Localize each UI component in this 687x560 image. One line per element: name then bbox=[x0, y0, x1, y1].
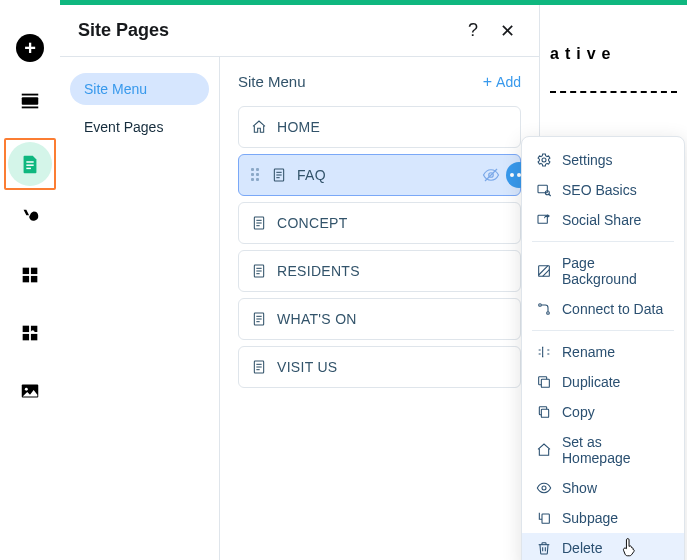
menu-duplicate[interactable]: Duplicate bbox=[522, 367, 684, 397]
page-label: RESIDENTS bbox=[277, 263, 508, 279]
page-row-visit-us[interactable]: VISIT US bbox=[238, 346, 521, 388]
svg-line-43 bbox=[539, 266, 548, 275]
delete-icon bbox=[536, 540, 552, 556]
svg-rect-9 bbox=[31, 276, 37, 282]
help-button[interactable]: ? bbox=[459, 17, 487, 45]
menu-label: Subpage bbox=[562, 510, 618, 526]
svg-rect-47 bbox=[541, 379, 549, 387]
svg-point-37 bbox=[542, 158, 546, 162]
svg-rect-2 bbox=[22, 107, 39, 109]
svg-point-49 bbox=[542, 486, 546, 490]
hidden-icon[interactable] bbox=[482, 166, 500, 184]
site-pages-panel: Site Pages ? ✕ Site Menu Event Pages Sit… bbox=[60, 5, 540, 560]
menu-label: SEO Basics bbox=[562, 182, 637, 198]
svg-rect-0 bbox=[22, 97, 39, 104]
page-icon bbox=[19, 153, 41, 175]
page-icon bbox=[251, 215, 267, 231]
close-icon: ✕ bbox=[500, 20, 515, 42]
svg-rect-7 bbox=[31, 268, 37, 274]
grid-icon bbox=[19, 264, 41, 286]
menu-subpage[interactable]: Subpage bbox=[522, 503, 684, 533]
menu-label: Rename bbox=[562, 344, 615, 360]
page-context-menu: Settings SEO Basics Social Share Page Ba… bbox=[521, 136, 685, 560]
puzzle-icon bbox=[19, 322, 41, 344]
subpage-icon bbox=[536, 510, 552, 526]
menu-label: Delete bbox=[562, 540, 602, 556]
panel-header: Site Pages ? ✕ bbox=[60, 5, 539, 57]
menu-label: Page Background bbox=[562, 255, 670, 287]
image-icon bbox=[19, 380, 41, 402]
duplicate-icon bbox=[536, 374, 552, 390]
rail-media-button[interactable] bbox=[8, 369, 52, 413]
svg-rect-11 bbox=[23, 334, 29, 340]
menu-connect-data[interactable]: Connect to Data bbox=[522, 294, 684, 324]
page-label: FAQ bbox=[297, 167, 472, 183]
close-button[interactable]: ✕ bbox=[493, 17, 521, 45]
rail-sections-button[interactable] bbox=[8, 79, 52, 123]
svg-rect-12 bbox=[31, 334, 37, 340]
tab-site-menu[interactable]: Site Menu bbox=[70, 73, 209, 105]
svg-point-45 bbox=[539, 304, 542, 307]
tab-label: Site Menu bbox=[84, 81, 147, 97]
left-rail: + bbox=[0, 0, 60, 560]
add-label: Add bbox=[496, 74, 521, 90]
tab-label: Event Pages bbox=[84, 119, 163, 135]
add-page-button[interactable]: + Add bbox=[483, 74, 521, 90]
plus-icon: + bbox=[483, 74, 492, 90]
page-icon bbox=[271, 167, 287, 183]
svg-rect-6 bbox=[23, 268, 29, 274]
menu-settings[interactable]: Settings bbox=[522, 145, 684, 175]
canvas-heading-partial: ative bbox=[550, 45, 677, 63]
menu-page-background[interactable]: Page Background bbox=[522, 248, 684, 294]
theme-icon bbox=[19, 206, 41, 228]
page-row-concept[interactable]: CONCEPT bbox=[238, 202, 521, 244]
show-icon bbox=[536, 480, 552, 496]
page-label: HOME bbox=[277, 119, 508, 135]
menu-label: Set as Homepage bbox=[562, 434, 670, 466]
homepage-icon bbox=[536, 442, 552, 458]
menu-separator bbox=[532, 330, 674, 331]
menu-label: Social Share bbox=[562, 212, 641, 228]
tab-event-pages[interactable]: Event Pages bbox=[70, 111, 209, 143]
background-icon bbox=[536, 263, 552, 279]
svg-rect-8 bbox=[23, 276, 29, 282]
page-label: CONCEPT bbox=[277, 215, 508, 231]
sections-icon bbox=[19, 90, 41, 112]
page-label: VISIT US bbox=[277, 359, 508, 375]
content-title: Site Menu bbox=[238, 73, 483, 90]
menu-separator bbox=[532, 241, 674, 242]
svg-line-40 bbox=[549, 194, 551, 196]
menu-rename[interactable]: Rename bbox=[522, 337, 684, 367]
page-row-whats-on[interactable]: WHAT'S ON bbox=[238, 298, 521, 340]
menu-social-share[interactable]: Social Share bbox=[522, 205, 684, 235]
page-row-faq[interactable]: FAQ bbox=[238, 154, 521, 196]
content-column: Site Menu + Add HOME FAQ bbox=[220, 57, 539, 560]
page-row-residents[interactable]: RESIDENTS bbox=[238, 250, 521, 292]
drag-handle-icon[interactable] bbox=[251, 168, 261, 182]
svg-rect-1 bbox=[22, 94, 39, 96]
menu-show[interactable]: Show bbox=[522, 473, 684, 503]
svg-rect-10 bbox=[23, 326, 29, 332]
gear-icon bbox=[536, 152, 552, 168]
menu-label: Connect to Data bbox=[562, 301, 663, 317]
rail-pages-button[interactable] bbox=[8, 142, 52, 186]
menu-label: Duplicate bbox=[562, 374, 620, 390]
rail-settings-button[interactable] bbox=[8, 311, 52, 355]
row-actions bbox=[482, 162, 508, 188]
menu-seo[interactable]: SEO Basics bbox=[522, 175, 684, 205]
svg-rect-4 bbox=[26, 164, 33, 165]
svg-rect-3 bbox=[26, 161, 33, 162]
rail-apps-button[interactable] bbox=[8, 253, 52, 297]
canvas-background: ative bbox=[540, 5, 687, 93]
menu-copy[interactable]: Copy bbox=[522, 397, 684, 427]
menu-set-homepage[interactable]: Set as Homepage bbox=[522, 427, 684, 473]
menu-delete[interactable]: Delete bbox=[522, 533, 684, 560]
menu-label: Copy bbox=[562, 404, 595, 420]
page-icon bbox=[251, 359, 267, 375]
add-element-button[interactable]: + bbox=[8, 26, 52, 70]
svg-rect-50 bbox=[542, 514, 549, 523]
rail-theme-button[interactable] bbox=[8, 195, 52, 239]
menu-label: Show bbox=[562, 480, 597, 496]
page-row-home[interactable]: HOME bbox=[238, 106, 521, 148]
home-icon bbox=[251, 119, 267, 135]
